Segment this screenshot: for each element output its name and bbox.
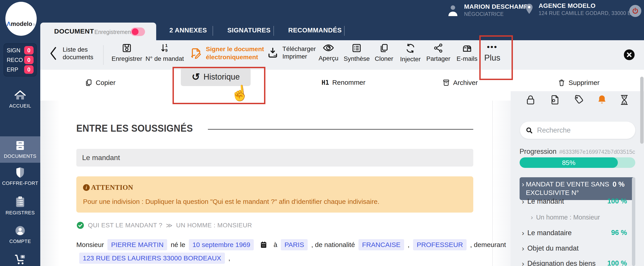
calendar-icon[interactable] [260, 241, 268, 249]
agency-menu[interactable]: AGENCE MODELO 124 RUE CAMILLE GODARD, 33… [525, 2, 640, 16]
sidebar-item-accueil[interactable]: ACCUEIL [0, 87, 40, 112]
sidebar-item-documents[interactable]: DOCUMENTS [0, 136, 40, 163]
file-cabinet-icon [14, 140, 26, 151]
save-button[interactable]: Enregistrer [112, 43, 142, 63]
progress-fill: 85% [520, 157, 618, 168]
sentence-text: , [408, 241, 410, 249]
progression-header: Progression #6333f67e1699742b7d03515c [511, 148, 644, 156]
emails-label: E-mails [456, 55, 477, 63]
logo-text: Λmodelo.fr [7, 20, 35, 27]
chevron-left-icon [49, 46, 58, 61]
sidebar-item-registres[interactable]: REGISTRES [0, 194, 40, 218]
close-button[interactable] [624, 49, 634, 60]
clone-button[interactable]: Cloner [375, 43, 393, 63]
tree-item-un-homme[interactable]: › Un homme : Monsieur [531, 213, 627, 222]
sentence-text: à [274, 241, 277, 249]
summary-label: Synthèse [344, 55, 370, 63]
tab-strip: DOCUMENT Enregistrement auto 2 ANNEXES S… [40, 21, 644, 40]
archive-icon [442, 79, 450, 87]
user-menu[interactable]: MARION DESCHAMPS NÉGOCIATRICE [448, 3, 532, 17]
back-to-list-button[interactable]: Liste des documents [49, 46, 93, 61]
chevron-right-icon: › [522, 197, 524, 206]
archive-button[interactable]: Archiver [442, 79, 478, 87]
sidebar-item-compte[interactable]: COMPTE [0, 222, 40, 247]
tab-separator [274, 26, 274, 36]
tab-signatures[interactable]: SIGNATURES [227, 26, 270, 34]
tree-item-label: Le mandataire [528, 229, 572, 237]
rename-button[interactable]: H1 Renommer [322, 79, 366, 86]
document-heading: ENTRE LES SOUSSIGNÉS [76, 123, 193, 134]
tree-root-percent: 0 % [613, 180, 624, 188]
tree-item-objet-du-mandat[interactable]: › Objet du mandat [522, 244, 627, 253]
tab-recommandes[interactable]: RECOMMANDÉS [288, 26, 342, 34]
field-chip-address[interactable]: 123 RUE DES LAURIERS 33000 BORDEAUX [79, 253, 225, 264]
field-chip-name[interactable]: PIERRE MARTIN [108, 239, 167, 250]
emails-button[interactable]: E-mails [456, 43, 477, 63]
tree-item-label: Objet du mandat [528, 244, 579, 253]
logo[interactable]: Λmodelo.fr [5, 2, 37, 36]
field-chip-profession[interactable]: PROFESSEUR [413, 239, 466, 250]
info-icon: i [83, 184, 90, 191]
right-panel: Progression #6333f67e1699742b7d03515c 85… [511, 91, 644, 266]
section-le-mandant[interactable]: Le mandant [76, 149, 473, 167]
question-row[interactable]: QUI EST LE MANDANT ? ≫ UN HOMME : MONSIE… [76, 221, 252, 229]
logout-button[interactable] [629, 5, 641, 17]
share-button[interactable]: Partager [426, 43, 450, 63]
check-circle-icon [76, 221, 84, 229]
delete-label: Supprimer [568, 79, 600, 86]
chevron-right-icon: › [522, 259, 524, 266]
field-chip-birthdate[interactable]: 10 septembre 1969 [189, 239, 254, 250]
lock-icon [526, 94, 536, 105]
bell-icon [597, 94, 607, 105]
attention-title: i ATTENTION [83, 184, 133, 192]
delete-button[interactable]: Supprimer [558, 79, 600, 87]
tree-item-label: Désignation des biens à vendre [528, 259, 601, 266]
panel-scrollbar[interactable] [632, 177, 635, 266]
tree-item-designation-biens[interactable]: › Désignation des biens à vendre 100 % [522, 259, 627, 266]
preview-button[interactable]: Aperçu [319, 43, 338, 62]
share-icon [433, 43, 444, 53]
certificate-tab-button[interactable] [550, 94, 560, 105]
tab-annexes[interactable]: 2 ANNEXES [170, 26, 207, 34]
sidebar-item-coffre-fort[interactable]: COFFRE-FORT [0, 164, 40, 189]
counter-sign[interactable]: SIGN 0 [7, 46, 34, 54]
copy-button[interactable]: Copier [84, 79, 116, 87]
tree-root-mandat[interactable]: › MANDAT DE VENTE SANS EXCLUSIVITE N° 0 … [520, 177, 635, 200]
inject-button[interactable]: Injecter [400, 43, 421, 63]
sign-document-button[interactable]: Signer le document électroniquement [190, 45, 264, 61]
clipboard-icon [15, 196, 25, 208]
lock-tab-button[interactable] [526, 94, 536, 105]
progress-bar: 85% [520, 157, 635, 168]
notifications-tab-button[interactable] [597, 94, 607, 105]
autosave-toggle[interactable] [131, 27, 145, 36]
account-icon [14, 225, 26, 236]
content-left-shade [40, 101, 60, 266]
field-chip-birthplace[interactable]: PARIS [281, 239, 308, 250]
download-print-button[interactable]: Télécharger Imprimer [267, 45, 316, 60]
main-scrollbar[interactable] [640, 77, 644, 144]
preview-label: Aperçu [319, 54, 338, 62]
copy-icon [84, 79, 93, 87]
tab-separator [212, 26, 213, 36]
tree-item-le-mandant[interactable]: › Le mandant 100 % [522, 197, 627, 206]
mandate-number-button[interactable]: 1 9 N° de mandat [146, 43, 184, 63]
tab-document[interactable]: DOCUMENT Enregistrement auto [40, 22, 156, 40]
search-input[interactable] [536, 126, 627, 135]
sentence-text: né le [171, 241, 185, 249]
counter-reco[interactable]: RECO 0 [7, 56, 34, 64]
svg-text:9: 9 [165, 48, 168, 53]
pending-tab-button[interactable] [620, 94, 629, 105]
tree-item-percent: 100 % [607, 259, 627, 266]
tree-item-label: Le mandant [528, 197, 564, 206]
sidebar-item-accueil-label: ACCUEIL [9, 103, 31, 109]
summary-button[interactable]: Synthèse [344, 43, 370, 63]
field-chip-nationality[interactable]: FRANCAISE [358, 239, 404, 250]
tree-item-le-mandataire[interactable]: › Le mandataire 96 % [522, 229, 627, 237]
search-icon [526, 127, 533, 134]
sign-document-label: Signer le document électroniquement [206, 45, 264, 61]
counter-erp[interactable]: ERP 0 [7, 65, 34, 74]
tags-tab-button[interactable] [573, 94, 584, 105]
counter-reco-badge: 0 [24, 56, 34, 64]
sidebar-item-produits[interactable]: PRODUITS [0, 251, 40, 266]
search-box[interactable] [520, 122, 635, 139]
